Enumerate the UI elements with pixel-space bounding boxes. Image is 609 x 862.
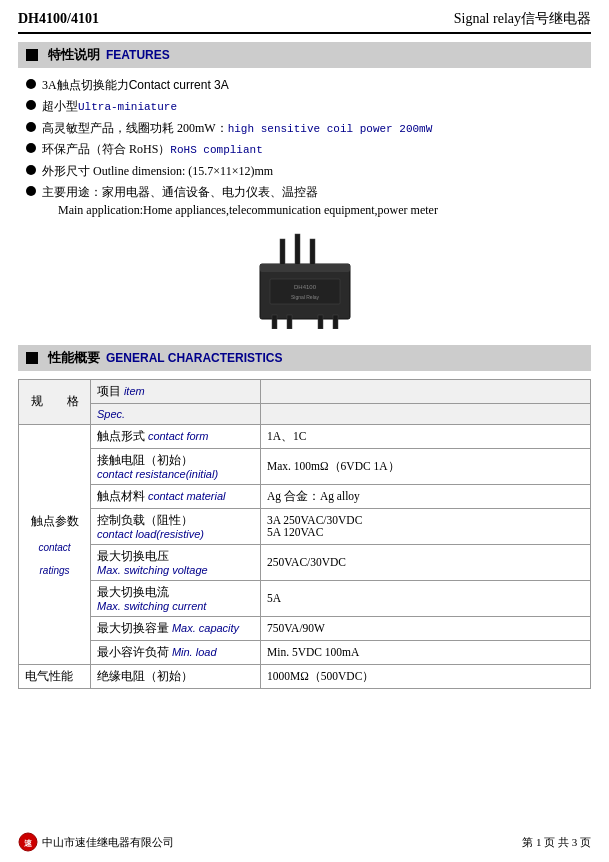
bullet-icon-4 <box>26 143 36 153</box>
table-header-row: 规 格 项目 item <box>19 379 591 403</box>
bullet-icon-5 <box>26 165 36 175</box>
table-row: 最大切换电压 Max. switching voltage 250VAC/30V… <box>19 544 591 580</box>
feat-cn-1: 3A触点切换能力 <box>42 78 129 92</box>
table-row: 最大切换容量 Max. capacity 750VA/90W <box>19 616 591 640</box>
footer-logo: 速 中山市速佳继电器有限公司 <box>18 832 174 852</box>
item-capacity: 最大切换容量 Max. capacity <box>91 616 261 640</box>
svg-text:Signal Relay: Signal Relay <box>290 294 319 300</box>
table-row: 最大切换电流 Max. switching current 5A <box>19 580 591 616</box>
features-cn: 特性说明 <box>48 46 100 64</box>
feature-text-2: 超小型Ultra-miniature <box>42 97 177 116</box>
item-switching-current: 最大切换电流 Max. switching current <box>91 580 261 616</box>
col-item-header: 项目 item <box>91 379 261 403</box>
value-switching-voltage: 250VAC/30VDC <box>261 544 591 580</box>
company-logo-icon: 速 <box>18 832 38 852</box>
features-section: 特性说明 FEATURES 3A触点切换能力Contact current 3A… <box>18 42 591 219</box>
table-header-row-2: Spec. <box>19 403 591 424</box>
feat-cn-4: 环保产品（符合 RoHS） <box>42 142 170 156</box>
value-switching-current: 5A <box>261 580 591 616</box>
svg-rect-6 <box>295 234 300 267</box>
value-contact-resistance: Max. 100mΩ（6VDC 1A） <box>261 448 591 484</box>
feat-en-4: RoHS compliant <box>170 144 262 156</box>
table-row: 电气性能 绝缘电阻（初始） 1000MΩ（500VDC） <box>19 664 591 688</box>
item-contact-load: 控制负载（阻性） contact load(resistive) <box>91 508 261 544</box>
item-insulation: 绝缘电阻（初始） <box>91 664 261 688</box>
svg-rect-1 <box>272 315 277 329</box>
model-number: DH4100/4101 <box>18 11 99 27</box>
contact-params-cell: 触点参数 contact ratings <box>19 424 91 664</box>
feature-item-3: 高灵敏型产品，线圈功耗 200mW：high sensitive coil po… <box>26 119 591 138</box>
feature-item-1: 3A触点切换能力Contact current 3A <box>26 76 591 94</box>
table-row: 触点材料 contact material Ag 合金：Ag alloy <box>19 484 591 508</box>
relay-image-svg: DH4100 Signal Relay <box>240 229 370 329</box>
contact-params-en2: ratings <box>25 565 84 576</box>
square-icon-2 <box>26 352 38 364</box>
spec-en: Spec. <box>97 408 125 420</box>
chars-table: 规 格 项目 item Spec. 触点参数 <box>18 379 591 689</box>
bullet-icon <box>26 79 36 89</box>
square-icon <box>26 49 38 61</box>
value-min-load: Min. 5VDC 100mA <box>261 640 591 664</box>
value-contact-form: 1A、1C <box>261 424 591 448</box>
spec-en-cell: Spec. <box>91 403 261 424</box>
item-contact-form: 触点形式 contact form <box>91 424 261 448</box>
chars-cn: 性能概要 <box>48 349 100 367</box>
svg-rect-3 <box>318 315 323 329</box>
empty-cell <box>261 403 591 424</box>
page: DH4100/4101 Signal relay信号继电器 特性说明 FEATU… <box>0 0 609 862</box>
table-row: 控制负载（阻性） contact load(resistive) 3A 250V… <box>19 508 591 544</box>
relay-title: Signal relay信号继电器 <box>454 10 591 28</box>
bullet-icon-2 <box>26 100 36 110</box>
feat-cn-2: 超小型 <box>42 99 78 113</box>
value-capacity: 750VA/90W <box>261 616 591 640</box>
svg-text:速: 速 <box>24 839 33 848</box>
svg-rect-8 <box>260 264 350 272</box>
item-switching-voltage: 最大切换电压 Max. switching voltage <box>91 544 261 580</box>
item-contact-material: 触点材料 contact material <box>91 484 261 508</box>
contact-params-cn: 触点参数 <box>25 513 84 530</box>
features-en: FEATURES <box>106 48 170 62</box>
value-insulation: 1000MΩ（500VDC） <box>261 664 591 688</box>
value-contact-load: 3A 250VAC/30VDC5A 120VAC <box>261 508 591 544</box>
item-contact-resistance: 接触电阻（初始） contact resistance(initial) <box>91 448 261 484</box>
contact-params-en1: contact <box>25 542 84 553</box>
svg-rect-2 <box>287 315 292 329</box>
svg-rect-4 <box>333 315 338 329</box>
feature-text-6: 主要用途：家用电器、通信设备、电力仪表、温控器 Main application… <box>42 183 438 219</box>
feat-cn-5: 外形尺寸 Outline dimension: (15.7×11×12)mm <box>42 164 273 178</box>
feat-en-2: Ultra-miniature <box>78 101 177 113</box>
svg-rect-9 <box>270 279 340 304</box>
footer: 速 中山市速佳继电器有限公司 第 1 页 共 3 页 <box>18 832 591 852</box>
spec-cn: 规 格 <box>31 394 79 408</box>
feature-text-5: 外形尺寸 Outline dimension: (15.7×11×12)mm <box>42 162 273 180</box>
feature-text-1: 3A触点切换能力Contact current 3A <box>42 76 229 94</box>
value-contact-material: Ag 合金：Ag alloy <box>261 484 591 508</box>
svg-text:DH4100: DH4100 <box>293 284 316 290</box>
feature-text-3: 高灵敏型产品，线圈功耗 200mW：high sensitive coil po… <box>42 119 432 138</box>
item-min-load: 最小容许负荷 Min. load <box>91 640 261 664</box>
chars-title: 性能概要 GENERAL CHARACTERISTICS <box>18 345 591 371</box>
item-cn: 项目 <box>97 385 124 397</box>
table-row: 接触电阻（初始） contact resistance(initial) Max… <box>19 448 591 484</box>
feat-cn-3: 高灵敏型产品，线圈功耗 200mW： <box>42 121 228 135</box>
feature-item-6: 主要用途：家用电器、通信设备、电力仪表、温控器 Main application… <box>26 183 591 219</box>
feat-en-3: high sensitive coil power 200mW <box>228 123 433 135</box>
feature-item-2: 超小型Ultra-miniature <box>26 97 591 116</box>
feat-en-1: Contact current 3A <box>129 78 229 92</box>
product-image: DH4100 Signal Relay <box>18 229 591 333</box>
elec-perf-cell: 电气性能 <box>19 664 91 688</box>
item-en: item <box>124 385 145 397</box>
feat-en-6: Main application:Home appliances,telecom… <box>42 203 438 217</box>
col-spec-header: 规 格 <box>19 379 91 424</box>
features-title: 特性说明 FEATURES <box>18 42 591 68</box>
feature-text-4: 环保产品（符合 RoHS）RoHS compliant <box>42 140 263 159</box>
chars-section: 性能概要 GENERAL CHARACTERISTICS 规 格 项目 item <box>18 345 591 689</box>
col-value-header <box>261 379 591 403</box>
feature-item-5: 外形尺寸 Outline dimension: (15.7×11×12)mm <box>26 162 591 180</box>
chars-en: GENERAL CHARACTERISTICS <box>106 351 282 365</box>
svg-rect-7 <box>310 239 315 267</box>
bullet-icon-6 <box>26 186 36 196</box>
features-list: 3A触点切换能力Contact current 3A 超小型Ultra-mini… <box>18 76 591 219</box>
svg-rect-5 <box>280 239 285 267</box>
header: DH4100/4101 Signal relay信号继电器 <box>18 10 591 34</box>
